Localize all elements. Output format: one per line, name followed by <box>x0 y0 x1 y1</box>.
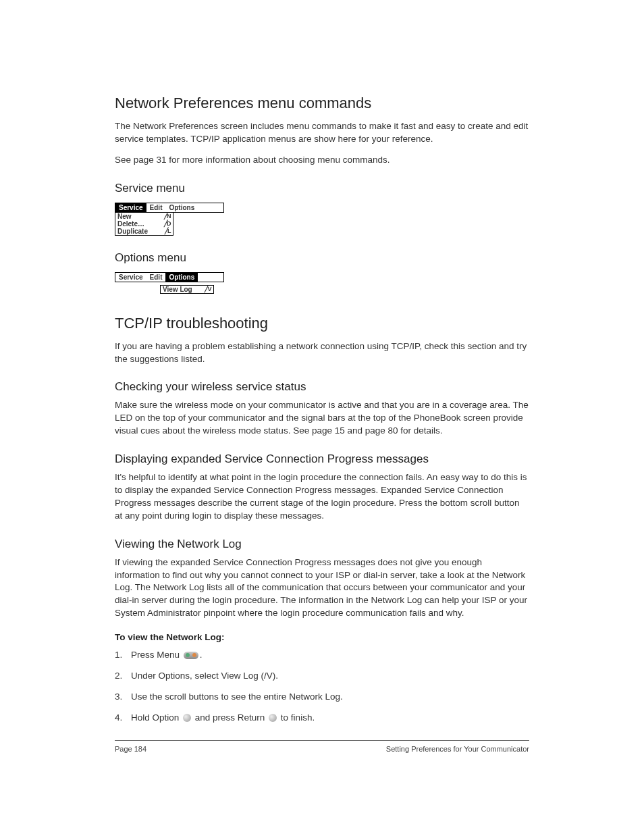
para-network-log: If viewing the expanded Service Connecti… <box>115 556 529 620</box>
para-network-preferences-2: See page 31 for more information about c… <box>115 154 529 167</box>
heading-network-log: Viewing the Network Log <box>115 538 529 551</box>
page-footer: Page 184 Setting Preferences for Your Co… <box>115 740 529 753</box>
step-3: 3. Use the scroll buttons to see the ent… <box>115 691 529 704</box>
options-menu-screenshot: Service Edit Options View Log╱V <box>115 270 529 294</box>
step-2: 2. Under Options, select View Log (/V). <box>115 670 529 683</box>
menu-item-view-log: View Log╱V <box>161 286 213 293</box>
heading-tcpip-troubleshooting: TCP/IP troubleshooting <box>115 315 529 332</box>
step-1: 1. Press Menu . <box>115 649 529 662</box>
menu-tab-edit: Edit <box>146 203 166 212</box>
step-4: 4. Hold Option and press Return to finis… <box>115 712 529 725</box>
menu-tab-options: Options <box>165 203 198 212</box>
heading-wireless-status: Checking your wireless service status <box>115 380 529 394</box>
menu-item-new: New╱N <box>115 213 173 220</box>
menu-tab-service-2: Service <box>115 273 146 282</box>
para-network-preferences-1: The Network Preferences screen includes … <box>115 120 529 146</box>
steps-title: To view the Network Log: <box>115 632 529 642</box>
menu-item-delete: Delete…╱D <box>115 220 173 228</box>
heading-options-menu: Options menu <box>115 251 529 265</box>
heading-progress-messages: Displaying expanded Service Connection P… <box>115 452 529 466</box>
menu-item-duplicate: Duplicate╱L <box>115 228 173 235</box>
return-key-icon <box>269 714 277 722</box>
option-key-icon <box>183 714 191 722</box>
heading-service-menu: Service menu <box>115 182 529 195</box>
service-menu-screenshot: Service Edit Options New╱N Delete…╱D Dup… <box>115 201 529 236</box>
para-progress: It's helpful to identify at what point i… <box>115 471 529 523</box>
para-tcpip: If you are having a problem establishing… <box>115 340 529 366</box>
menu-tab-edit-2: Edit <box>146 273 166 282</box>
para-wireless: Make sure the wireless mode on your comm… <box>115 399 529 438</box>
menu-button-icon <box>184 652 198 659</box>
footer-chapter-title: Setting Preferences for Your Communicato… <box>386 745 529 753</box>
menu-tab-service: Service <box>115 203 146 212</box>
heading-network-preferences: Network Preferences menu commands <box>115 95 529 112</box>
footer-page-number: Page 184 <box>115 745 146 753</box>
menu-tab-options-2: Options <box>165 273 198 282</box>
